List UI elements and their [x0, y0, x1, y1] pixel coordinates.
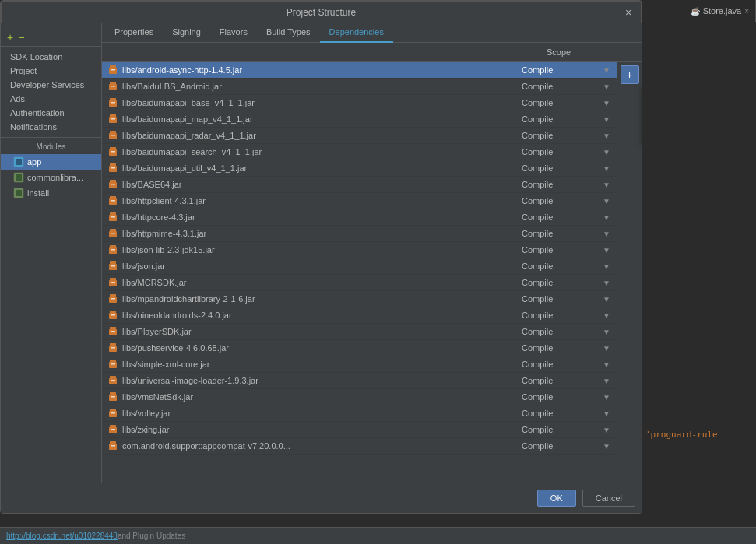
- dialog-close-button[interactable]: ×: [622, 6, 635, 19]
- table-row[interactable]: libs/MCRSDK.jarCompile▼: [102, 275, 617, 291]
- scope-dropdown-arrow[interactable]: ▼: [603, 426, 610, 434]
- sidebar-module-install[interactable]: install: [1, 185, 101, 201]
- scope-dropdown-arrow[interactable]: ▼: [603, 328, 610, 336]
- row-scope-cell[interactable]: Compile▼: [515, 374, 617, 388]
- table-row[interactable]: libs/BaiduLBS_Android.jarCompile▼: [102, 79, 617, 95]
- sidebar-remove-button[interactable]: −: [18, 32, 24, 43]
- sidebar-item-authentication[interactable]: Authentication: [1, 106, 101, 120]
- row-name-text: libs/httpcore-4.3.jar: [122, 212, 195, 222]
- sidebar-module-commonlibra[interactable]: commonlibra...: [1, 170, 101, 185]
- scope-dropdown-arrow[interactable]: ▼: [603, 132, 610, 140]
- scope-dropdown-arrow[interactable]: ▼: [603, 181, 610, 189]
- table-row[interactable]: libs/nineoldandroids-2.4.0.jarCompile▼: [102, 307, 617, 324]
- row-scope-cell[interactable]: Compile▼: [515, 96, 617, 110]
- scope-dropdown-arrow[interactable]: ▼: [603, 164, 610, 173]
- table-row[interactable]: libs/baidumapapi_base_v4_1_1.jarCompile▼: [102, 95, 617, 111]
- sidebar-item-notifications[interactable]: Notifications: [1, 120, 101, 134]
- sidebar-item-developer-services[interactable]: Developer Services: [1, 78, 101, 92]
- scope-dropdown-arrow[interactable]: ▼: [603, 279, 610, 287]
- table-row[interactable]: libs/baidumapapi_util_v4_1_1.jarCompile▼: [102, 160, 617, 177]
- scope-dropdown-arrow[interactable]: ▼: [603, 230, 610, 238]
- tab-signing[interactable]: Signing: [163, 23, 210, 43]
- scope-dropdown-arrow[interactable]: ▼: [603, 344, 610, 353]
- tab-properties[interactable]: Properties: [105, 23, 163, 43]
- sidebar-module-app[interactable]: app: [1, 154, 101, 170]
- cancel-button[interactable]: Cancel: [582, 490, 635, 507]
- table-row[interactable]: libs/baidumapapi_map_v4_1_1.jarCompile▼: [102, 111, 617, 128]
- row-scope-cell[interactable]: Compile▼: [515, 145, 617, 159]
- table-row[interactable]: libs/baidumapapi_search_v4_1_1.jarCompil…: [102, 144, 617, 160]
- sidebar-item-sdk-location[interactable]: SDK Location: [1, 50, 101, 64]
- tab-dependencies[interactable]: Dependencies: [320, 23, 393, 43]
- row-scope-cell[interactable]: Compile▼: [515, 128, 617, 142]
- scope-dropdown-arrow[interactable]: ▼: [603, 442, 610, 451]
- table-row[interactable]: libs/PlayerSDK.jarCompile▼: [102, 324, 617, 340]
- table-row[interactable]: libs/simple-xml-core.jarCompile▼: [102, 356, 617, 373]
- scope-dropdown-arrow[interactable]: ▼: [603, 82, 610, 91]
- tab-flavors[interactable]: Flavors: [210, 23, 257, 43]
- table-row[interactable]: libs/httpcore-4.3.jarCompile▼: [102, 209, 617, 226]
- row-scope-cell[interactable]: Compile▼: [515, 177, 617, 191]
- table-row[interactable]: libs/httpmime-4.3.1.jarCompile▼: [102, 226, 617, 242]
- table-row[interactable]: libs/zxing.jarCompile▼: [102, 422, 617, 438]
- sidebar-add-button[interactable]: +: [7, 32, 13, 43]
- row-scope-cell[interactable]: Compile▼: [515, 390, 617, 404]
- row-scope-cell[interactable]: Compile▼: [515, 210, 617, 224]
- table-row[interactable]: libs/volley.jarCompile▼: [102, 405, 617, 422]
- scope-dropdown-arrow[interactable]: ▼: [603, 99, 610, 107]
- tab-build-types[interactable]: Build Types: [257, 23, 320, 43]
- svg-rect-52: [109, 313, 117, 319]
- row-scope-cell[interactable]: Compile▼: [515, 112, 617, 126]
- scope-dropdown-arrow[interactable]: ▼: [603, 66, 610, 75]
- scope-dropdown-arrow[interactable]: ▼: [603, 262, 610, 271]
- row-scope-cell[interactable]: Compile▼: [515, 341, 617, 355]
- scope-dropdown-arrow[interactable]: ▼: [603, 246, 610, 254]
- svg-rect-24: [110, 163, 116, 166]
- svg-rect-47: [111, 282, 115, 283]
- table-row[interactable]: libs/json.jarCompile▼: [102, 258, 617, 275]
- scope-dropdown-arrow[interactable]: ▼: [603, 213, 610, 222]
- scope-dropdown-arrow[interactable]: ▼: [603, 148, 610, 156]
- sidebar-item-project[interactable]: Project: [1, 64, 101, 78]
- row-scope-cell[interactable]: Compile▼: [515, 292, 617, 306]
- scope-dropdown-arrow[interactable]: ▼: [603, 377, 610, 385]
- table-body[interactable]: libs/android-async-http-1.4.5.jarCompile…: [102, 62, 617, 483]
- row-scope-cell[interactable]: Compile▼: [515, 276, 617, 290]
- table-row[interactable]: libs/vmsNetSdk.jarCompile▼: [102, 389, 617, 405]
- table-row[interactable]: libs/baidumapapi_radar_v4_1_1.jarCompile…: [102, 128, 617, 144]
- editor-tab-close[interactable]: ×: [744, 7, 749, 16]
- row-scope-cell[interactable]: Compile▼: [515, 63, 617, 77]
- scope-dropdown-arrow[interactable]: ▼: [603, 295, 610, 304]
- row-scope-cell[interactable]: Compile▼: [515, 259, 617, 273]
- scope-dropdown-arrow[interactable]: ▼: [603, 409, 610, 418]
- row-scope-cell[interactable]: Compile▼: [515, 308, 617, 322]
- table-row[interactable]: libs/httpclient-4.3.1.jarCompile▼: [102, 193, 617, 209]
- row-scope-cell[interactable]: Compile▼: [515, 194, 617, 208]
- table-row[interactable]: com.android.support:appcompat-v7:20.0.0.…: [102, 438, 617, 455]
- row-scope-cell[interactable]: Compile▼: [515, 357, 617, 371]
- table-row[interactable]: libs/universal-image-loader-1.9.3.jarCom…: [102, 373, 617, 389]
- scope-dropdown-arrow[interactable]: ▼: [603, 311, 610, 320]
- store-java-tab[interactable]: ☕ Store.java ×: [684, 0, 756, 22]
- table-row[interactable]: libs/mpandroidchartlibrary-2-1-6.jarComp…: [102, 291, 617, 307]
- scope-dropdown-arrow[interactable]: ▼: [603, 393, 610, 402]
- row-scope-cell[interactable]: Compile▼: [515, 406, 617, 420]
- row-scope-cell[interactable]: Compile▼: [515, 226, 617, 240]
- status-link[interactable]: http://blog.csdn.net/u010228448: [6, 532, 118, 540]
- ok-button[interactable]: OK: [537, 490, 576, 507]
- row-scope-cell[interactable]: Compile▼: [515, 439, 617, 453]
- table-row[interactable]: libs/json-lib-2.3-jdk15.jarCompile▼: [102, 242, 617, 258]
- scope-dropdown-arrow[interactable]: ▼: [603, 360, 610, 369]
- add-dependency-button[interactable]: +: [621, 65, 639, 84]
- table-row[interactable]: libs/android-async-http-1.4.5.jarCompile…: [102, 62, 617, 79]
- row-scope-cell[interactable]: Compile▼: [515, 325, 617, 339]
- table-row[interactable]: libs/pushservice-4.6.0.68.jarCompile▼: [102, 340, 617, 356]
- row-scope-cell[interactable]: Compile▼: [515, 79, 617, 93]
- scope-dropdown-arrow[interactable]: ▼: [603, 115, 610, 124]
- scope-dropdown-arrow[interactable]: ▼: [603, 197, 610, 205]
- row-scope-cell[interactable]: Compile▼: [515, 161, 617, 175]
- row-scope-cell[interactable]: Compile▼: [515, 423, 617, 437]
- table-row[interactable]: libs/BASE64.jarCompile▼: [102, 177, 617, 193]
- row-scope-cell[interactable]: Compile▼: [515, 243, 617, 257]
- sidebar-item-ads[interactable]: Ads: [1, 92, 101, 106]
